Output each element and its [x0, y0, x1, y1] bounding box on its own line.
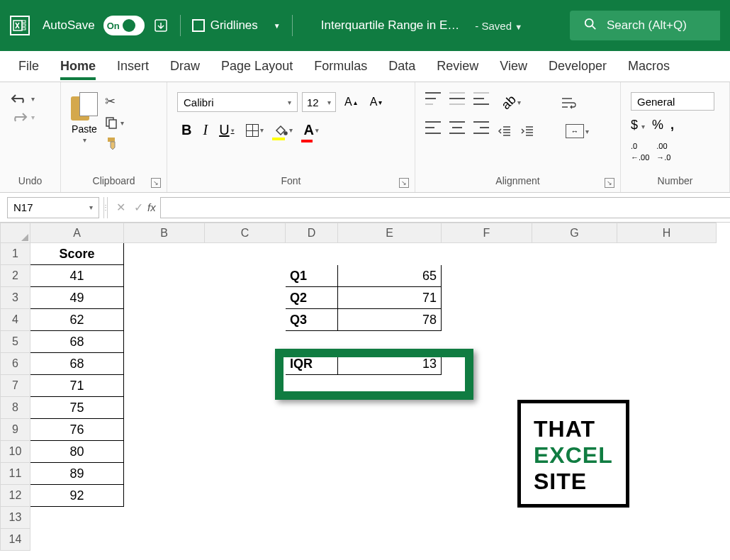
row-header[interactable]: 9: [1, 419, 30, 441]
cut-button[interactable]: ✂: [105, 94, 124, 109]
align-left-button[interactable]: [425, 121, 441, 134]
underline-button[interactable]: U▾: [215, 119, 238, 141]
cell[interactable]: [442, 507, 532, 529]
cell[interactable]: [286, 507, 338, 529]
cell[interactable]: [617, 375, 717, 397]
cell[interactable]: [124, 353, 205, 375]
cell[interactable]: [205, 529, 286, 551]
comma-format-button[interactable]: ,: [670, 118, 674, 133]
alignment-dialog-launcher[interactable]: ↘: [605, 178, 614, 188]
cell[interactable]: [205, 243, 286, 265]
tab-data[interactable]: Data: [388, 53, 415, 79]
cell[interactable]: [124, 375, 205, 397]
col-header[interactable]: F: [442, 223, 532, 243]
name-box[interactable]: N17 ▾: [7, 197, 99, 218]
cell[interactable]: [124, 441, 205, 463]
percent-format-button[interactable]: %: [652, 118, 663, 133]
tab-macros[interactable]: Macros: [628, 53, 670, 79]
cell[interactable]: [338, 485, 442, 507]
cell[interactable]: [338, 397, 442, 419]
row-header[interactable]: 12: [1, 485, 30, 507]
cell[interactable]: [286, 485, 338, 507]
cell[interactable]: [617, 441, 717, 463]
cell[interactable]: 75: [30, 397, 124, 419]
paste-button[interactable]: Paste ▾: [71, 92, 98, 144]
tab-view[interactable]: View: [500, 53, 527, 79]
cell[interactable]: 71: [338, 287, 442, 309]
cell[interactable]: [338, 441, 442, 463]
cell[interactable]: [124, 507, 205, 529]
bold-button[interactable]: B: [177, 119, 196, 141]
increase-decimal-button[interactable]: .0←.00: [631, 140, 649, 162]
fx-icon[interactable]: fx: [147, 201, 156, 213]
cell[interactable]: [124, 287, 205, 309]
align-center-button[interactable]: [449, 121, 465, 134]
cell[interactable]: [286, 397, 338, 419]
cell[interactable]: [532, 309, 617, 331]
cell[interactable]: [532, 529, 617, 551]
cell[interactable]: [442, 287, 532, 309]
cell[interactable]: [205, 331, 286, 353]
spreadsheet-grid[interactable]: A B C D E F G H 1 Score 2 41 Q1 65 3 49 …: [0, 223, 730, 551]
enter-formula-button[interactable]: ✓: [130, 201, 147, 214]
orientation-button[interactable]: ab▾: [498, 92, 525, 113]
decrease-decimal-button[interactable]: .00→.0: [656, 140, 670, 162]
cell[interactable]: Q1: [286, 265, 338, 287]
tab-file[interactable]: File: [18, 53, 39, 79]
col-header[interactable]: C: [205, 223, 286, 243]
cell[interactable]: [286, 419, 338, 441]
cell[interactable]: 78: [338, 309, 442, 331]
row-header[interactable]: 13: [1, 507, 30, 529]
cell[interactable]: [532, 243, 617, 265]
cell[interactable]: 41: [30, 265, 124, 287]
col-header[interactable]: H: [617, 223, 717, 243]
copy-button[interactable]: ▾: [105, 116, 124, 129]
font-size-combo[interactable]: 12▾: [302, 92, 336, 112]
cell[interactable]: [205, 485, 286, 507]
cell[interactable]: [286, 441, 338, 463]
wrap-text-button[interactable]: [556, 92, 580, 113]
cell[interactable]: [205, 463, 286, 485]
cell[interactable]: 76: [30, 419, 124, 441]
cell[interactable]: [205, 397, 286, 419]
cell[interactable]: Q2: [286, 287, 338, 309]
col-header[interactable]: D: [286, 223, 338, 243]
font-name-combo[interactable]: Calibri▾: [177, 92, 298, 112]
align-top-button[interactable]: [425, 92, 441, 105]
cell[interactable]: [617, 419, 717, 441]
cell[interactable]: [205, 265, 286, 287]
tab-page-layout[interactable]: Page Layout: [221, 53, 293, 79]
formula-input[interactable]: [160, 197, 730, 218]
col-header[interactable]: B: [124, 223, 205, 243]
decrease-indent-button[interactable]: [498, 121, 512, 141]
row-header[interactable]: 2: [1, 265, 30, 287]
cell[interactable]: [532, 353, 617, 375]
cell[interactable]: [205, 375, 286, 397]
shrink-font-button[interactable]: A▾: [366, 93, 387, 111]
cell[interactable]: [338, 463, 442, 485]
cell[interactable]: 65: [338, 265, 442, 287]
grow-font-button[interactable]: A▴: [340, 93, 361, 111]
cell[interactable]: [205, 441, 286, 463]
clipboard-dialog-launcher[interactable]: ↘: [151, 178, 161, 188]
cell[interactable]: [124, 265, 205, 287]
col-header[interactable]: G: [532, 223, 617, 243]
cell[interactable]: [124, 397, 205, 419]
cell[interactable]: [617, 265, 717, 287]
tab-developer[interactable]: Developer: [549, 53, 607, 79]
row-header[interactable]: 5: [1, 331, 30, 353]
align-bottom-button[interactable]: [473, 92, 489, 105]
fill-color-button[interactable]: ▾: [271, 122, 297, 139]
save-icon[interactable]: [153, 18, 169, 33]
tab-formulas[interactable]: Formulas: [314, 53, 367, 79]
cell[interactable]: [442, 309, 532, 331]
cell[interactable]: [286, 463, 338, 485]
cell[interactable]: [617, 529, 717, 551]
number-format-combo[interactable]: General: [631, 92, 714, 111]
row-header[interactable]: 6: [1, 353, 30, 375]
redo-button[interactable]: ▾: [10, 111, 35, 123]
cell[interactable]: [442, 529, 532, 551]
tab-review[interactable]: Review: [437, 53, 478, 79]
cell[interactable]: 68: [30, 353, 124, 375]
cell[interactable]: [532, 265, 617, 287]
